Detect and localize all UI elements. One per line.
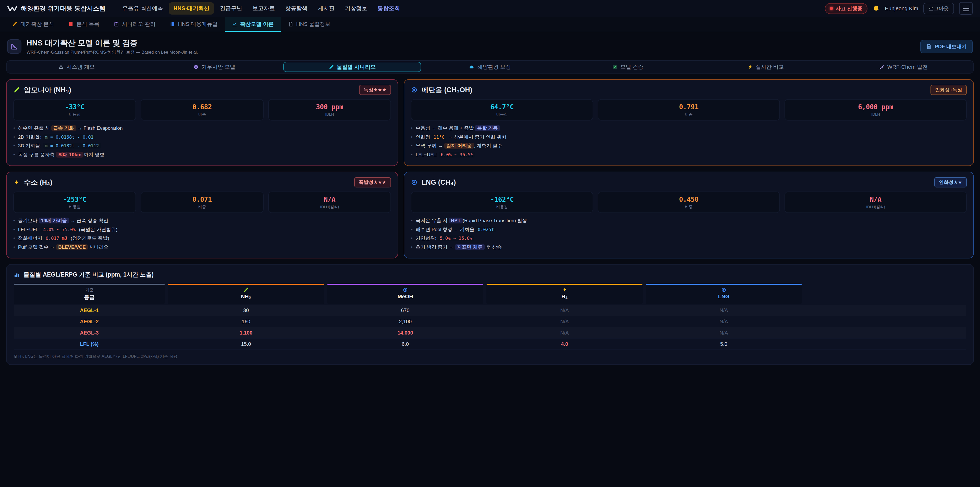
bullet-text: 해수면 유출 시	[18, 125, 51, 131]
table-cell: 160	[168, 319, 324, 324]
substance-title: 메탄올 (CH₃OH)	[422, 85, 472, 94]
section-tab[interactable]: 가우시안 모델	[145, 62, 283, 72]
table-cell: 14,000	[327, 330, 484, 336]
card-bullets: 공기보다 14배 가벼움 → 급속 상승 확산LFL~UFL: 4.0% ~ 7…	[13, 217, 391, 251]
bullet-text: 인화점	[416, 134, 431, 140]
section-tab[interactable]: 물질별 시나리오	[283, 62, 421, 72]
card-bullets: 극저온 유출 시 RPT(Rapid Phase Transition) 발생해…	[411, 217, 967, 251]
nav-item[interactable]: 긴급구난	[215, 2, 247, 14]
nav-item[interactable]: 게시판	[313, 2, 339, 14]
chip-blue: 14배 가벼움	[39, 217, 69, 224]
bullet-text: 후 상승	[485, 244, 502, 250]
nav-item[interactable]: HNS·대기확산	[169, 2, 214, 14]
subtab-label: HNS 대응매뉴얼	[178, 21, 218, 27]
card-header: 메탄올 (CH₃OH)인화성+독성	[411, 85, 967, 95]
nav-item[interactable]: 항공탐색	[280, 2, 312, 14]
table-cell: 15.0	[168, 341, 324, 347]
table-cell: 30	[168, 308, 324, 313]
book-icon	[68, 21, 73, 27]
incident-badge[interactable]: 사고 진행중	[825, 3, 868, 14]
stat-box: -253°C비등점	[13, 192, 136, 213]
nav-item[interactable]: 통합조회	[373, 2, 404, 14]
pdf-export-button[interactable]: PDF 내보내기	[920, 40, 973, 53]
table-cell: 2,100	[327, 319, 484, 324]
bolt-icon	[562, 287, 567, 292]
nav-item[interactable]: 기상정보	[340, 2, 372, 14]
card-header: LNG (CH₄)인화성★★	[411, 177, 967, 187]
nav-item[interactable]: 보고자료	[248, 2, 280, 14]
table-column-header: H₂	[487, 284, 643, 304]
code-red: 0.017 mJ	[44, 235, 69, 241]
stat-value: 6,000 ppm	[786, 103, 965, 111]
table-column-header: NH₃	[168, 284, 324, 304]
row-label: AEGL-2	[14, 319, 165, 324]
card-header: 암모니아 (NH₃)독성★★★	[13, 85, 391, 95]
bullet-text: (Rapid Phase Transition) 발생	[463, 218, 527, 223]
stat-label: IDLH(질식)	[270, 204, 390, 209]
stat-box: 0.450비중	[598, 192, 780, 213]
section-tab-label: WRF-Chem 발전	[887, 63, 928, 70]
bullet-text: 2D 기화율:	[18, 134, 43, 140]
incident-label: 사고 진행중	[835, 5, 862, 12]
subtab[interactable]: HNS 대응매뉴얼	[163, 18, 225, 32]
subtab[interactable]: 시나리오 관리	[107, 18, 163, 32]
subtab-label: 분석 목록	[76, 21, 100, 27]
bullet-text: → Flash Evaporation	[76, 125, 123, 131]
stat-label: 비등점	[15, 112, 135, 117]
pencil-icon	[329, 64, 334, 69]
stat-label: 비등점	[412, 112, 592, 117]
column-header-sub: 기준	[15, 287, 164, 293]
substance-title: 암모니아 (NH₃)	[24, 85, 71, 94]
column-header-label: MeOH	[328, 294, 482, 300]
brand[interactable]: 해양환경 위기대응 통합시스템	[7, 4, 105, 13]
bullet-text: (정전기로도 폭발)	[69, 235, 109, 241]
chip-orange: BLEVE/VCE	[56, 244, 88, 250]
section-tab[interactable]: 모델 검증	[559, 62, 697, 72]
nav-item[interactable]: 유출유 확산예측	[118, 2, 168, 14]
table-body: AEGL-130670N/AN/AAEGL-21602,100N/AN/AAEG…	[14, 305, 966, 350]
stat-label: 비중	[599, 204, 778, 209]
bullet-text: (극넓은 가연범위)	[78, 227, 118, 232]
section-tab[interactable]: 해양환경 보정	[421, 62, 559, 72]
stat-value: 64.7°C	[412, 103, 592, 111]
section-tab-label: 실시간 비교	[756, 63, 784, 70]
bullet-item: 해수면 유출 시 급속 기화 → Flash Evaporation	[13, 125, 391, 132]
stat-label: 비중	[142, 112, 262, 117]
app-root: 해양환경 위기대응 통합시스템 유출유 확산예측HNS·대기확산긴급구난보고자료…	[0, 0, 980, 487]
stat-row: -33°C비등점0.682비중300 ppmIDLH	[13, 99, 391, 121]
subtab[interactable]: 분석 목록	[61, 18, 107, 32]
logout-button[interactable]: 로그아웃	[923, 3, 954, 14]
stat-label: 비중	[599, 112, 778, 117]
subtab-label: 시나리오 관리	[122, 21, 156, 27]
bell-icon[interactable]	[873, 5, 880, 12]
bullet-text: 독성 구름 풍하측	[18, 152, 56, 157]
stat-label: IDLH	[786, 112, 965, 117]
column-header-label: 등급	[15, 294, 164, 301]
section-tab[interactable]: 실시간 비교	[697, 62, 835, 72]
bullet-item: 점화에너지 0.017 mJ (정전기로도 폭발)	[13, 235, 391, 242]
bullet-text: 점화에너지	[18, 235, 44, 241]
bullet-item: 극저온 유출 시 RPT(Rapid Phase Transition) 발생	[411, 217, 967, 225]
hazard-badge: 인화성+독성	[931, 85, 967, 95]
stat-box: 300 ppmIDLH	[268, 99, 391, 121]
alert-dot-icon	[830, 7, 833, 10]
stat-box: 0.071비중	[141, 192, 263, 213]
subtab[interactable]: 확산모델 이론	[225, 18, 281, 32]
subtab[interactable]: 대기확산 분석	[5, 18, 61, 32]
stat-box: N/AIDLH(질식)	[784, 192, 967, 213]
pencil-icon	[13, 86, 20, 93]
menu-icon[interactable]	[959, 2, 973, 15]
table-row: LFL (%)15.06.04.05.0	[14, 339, 966, 350]
stat-label: 비중	[142, 204, 262, 209]
section-tab[interactable]: WRF-Chem 발전	[835, 62, 972, 72]
cloud-icon	[469, 64, 474, 69]
subtab[interactable]: HNS 물질정보	[281, 18, 338, 32]
stat-value: 0.071	[142, 196, 262, 203]
table-cell: N/A	[487, 308, 643, 313]
section-tab[interactable]: 시스템 개요	[8, 62, 145, 72]
code-red: 6.0% ~ 36.5%	[439, 152, 475, 158]
chip-orange: 감지 어려움	[444, 143, 474, 148]
bullet-text: 극저온 유출 시	[416, 218, 449, 223]
stat-row: 64.7°C비등점0.791비중6,000 ppmIDLH	[411, 99, 967, 121]
hazard-badge: 인화성★★	[934, 177, 967, 187]
